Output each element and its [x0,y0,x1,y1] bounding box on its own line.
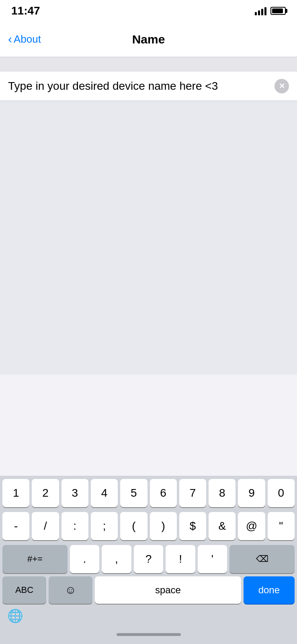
keyboard-row-third: #+= . , ? ! ' ⌫ [0,542,297,575]
keyboard: 1 2 3 4 5 6 7 8 9 0 - / : ; ( ) $ & @ " … [0,476,297,644]
page-title: Name [132,33,165,46]
clear-button[interactable]: ✕ [274,79,289,93]
key-hashtag[interactable]: #+= [2,545,68,573]
key-space[interactable]: space [95,576,241,604]
input-area: ✕ [0,72,297,101]
back-button[interactable]: ‹ About [8,33,41,45]
key-5[interactable]: 5 [120,479,147,507]
home-bar-area [0,625,297,644]
close-icon: ✕ [279,83,285,90]
keyboard-row-numbers: 1 2 3 4 5 6 7 8 9 0 [0,476,297,509]
key-done[interactable]: done [244,576,295,604]
key-backspace[interactable]: ⌫ [229,545,295,573]
key-ampersand[interactable]: & [209,512,236,540]
key-lparen[interactable]: ( [120,512,147,540]
key-at[interactable]: @ [238,512,265,540]
key-4[interactable]: 4 [91,479,118,507]
key-comma[interactable]: , [102,545,131,573]
status-bar: 11:47 [0,0,297,22]
battery-fill [272,8,283,13]
key-exclaim[interactable]: ! [166,545,195,573]
content-area [0,101,297,375]
back-label: About [14,33,41,45]
key-0[interactable]: 0 [268,479,295,507]
key-abc[interactable]: ABC [2,576,46,604]
status-icons [255,6,286,15]
key-semicolon[interactable]: ; [91,512,118,540]
key-period[interactable]: . [70,545,100,573]
key-quote[interactable]: " [268,512,295,540]
keyboard-row-symbols: - / : ; ( ) $ & @ " [0,509,297,542]
key-question[interactable]: ? [134,545,164,573]
key-2[interactable]: 2 [32,479,59,507]
chevron-left-icon: ‹ [8,33,12,45]
key-dollar[interactable]: $ [179,512,206,540]
key-7[interactable]: 7 [179,479,206,507]
keyboard-row-bottom: ABC ☺ space done [0,575,297,607]
key-colon[interactable]: : [61,512,88,540]
key-rparen[interactable]: ) [150,512,177,540]
battery-icon [270,7,286,15]
signal-icon [255,6,266,15]
key-3[interactable]: 3 [61,479,88,507]
key-slash[interactable]: / [32,512,59,540]
key-1[interactable]: 1 [2,479,29,507]
key-8[interactable]: 8 [209,479,236,507]
key-9[interactable]: 9 [238,479,265,507]
key-emoji[interactable]: ☺ [49,576,92,604]
globe-icon[interactable]: 🌐 [2,608,23,623]
key-apostrophe[interactable]: ' [198,545,227,573]
key-dash[interactable]: - [2,512,29,540]
separator [0,57,297,72]
globe-row: 🌐 [0,607,297,625]
status-time: 11:47 [11,4,40,17]
key-6[interactable]: 6 [150,479,177,507]
device-name-input[interactable] [8,80,270,93]
home-bar [117,633,181,636]
nav-bar: ‹ About Name [0,22,297,57]
